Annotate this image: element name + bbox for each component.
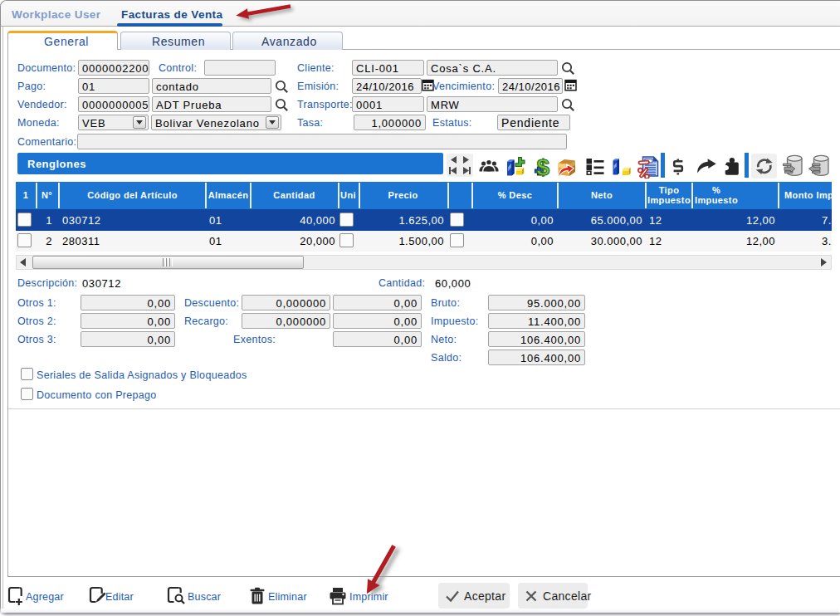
svg-text:$: $ — [537, 156, 550, 177]
